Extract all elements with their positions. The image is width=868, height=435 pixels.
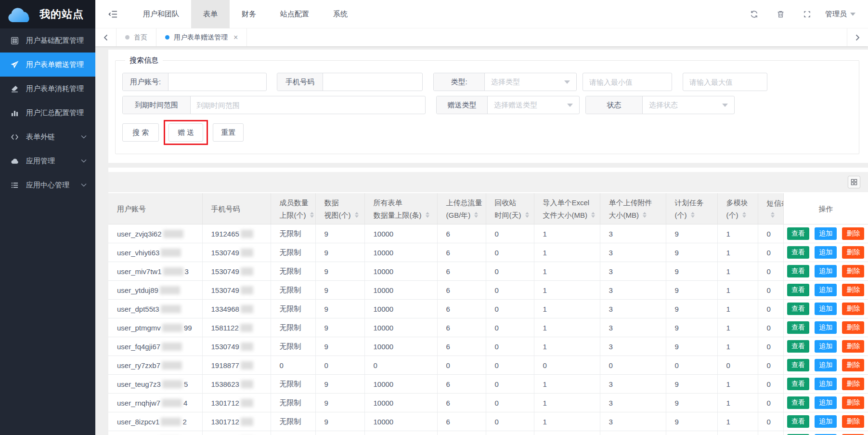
page-tab[interactable]: 首页: [117, 28, 156, 46]
phone-input[interactable]: [323, 73, 422, 91]
sort-icon[interactable]: [474, 212, 478, 218]
column-title: 所有表单: [374, 199, 437, 206]
sidebar-item[interactable]: 用户表单赠送管理: [0, 53, 95, 77]
append-button[interactable]: 追加: [815, 359, 837, 371]
append-button[interactable]: 追加: [815, 303, 837, 315]
gift-button[interactable]: 赠 送: [168, 123, 203, 142]
table-column-header[interactable]: 计划任务 (个): [666, 193, 717, 224]
append-button[interactable]: 追加: [815, 321, 837, 334]
table-column-header[interactable]: 操作: [783, 193, 868, 224]
table-column-header[interactable]: 短信条: [758, 193, 783, 224]
delete-button[interactable]: 删除: [842, 415, 864, 428]
table-column-header[interactable]: 单个上传附件 大小(MB): [600, 193, 666, 224]
gift-type-select[interactable]: 选择赠送类型: [488, 96, 579, 114]
append-button[interactable]: 追加: [815, 396, 837, 409]
view-button[interactable]: 查看: [787, 396, 809, 409]
view-button[interactable]: 查看: [787, 378, 809, 390]
sort-icon[interactable]: [591, 212, 595, 218]
sort-icon[interactable]: [310, 212, 314, 218]
append-button[interactable]: 追加: [815, 415, 837, 428]
table-column-header[interactable]: 所有表单 数据量上限(条): [364, 193, 437, 224]
delete-button[interactable]: 删除: [842, 321, 864, 334]
view-button[interactable]: 查看: [787, 340, 809, 353]
close-icon[interactable]: ×: [233, 34, 238, 41]
view-button[interactable]: 查看: [787, 321, 809, 334]
tabs-scroll-left-icon[interactable]: [95, 28, 117, 46]
table-cell: 9: [315, 412, 364, 431]
sidebar-item[interactable]: 用户基础配置管理: [0, 28, 95, 53]
delete-button[interactable]: 删除: [842, 227, 864, 240]
collapse-sidebar-icon[interactable]: [108, 10, 117, 18]
sort-icon[interactable]: [643, 212, 647, 218]
view-button[interactable]: 查看: [787, 265, 809, 277]
append-button[interactable]: 追加: [815, 378, 837, 390]
delete-button[interactable]: 删除: [842, 359, 864, 371]
search-button[interactable]: 搜 索: [122, 123, 159, 142]
topnav-item[interactable]: 用户和团队: [131, 0, 191, 28]
table-column-header[interactable]: 用户账号: [108, 193, 202, 224]
sort-icon[interactable]: [525, 212, 529, 218]
sort-icon[interactable]: [771, 212, 775, 218]
column-settings-icon[interactable]: [848, 176, 860, 188]
page-tab[interactable]: 用户表单赠送管理 ×: [156, 28, 247, 46]
sort-icon[interactable]: [742, 212, 746, 218]
type-select[interactable]: 选择类型: [485, 73, 576, 91]
append-button[interactable]: 追加: [815, 227, 837, 240]
topnav-item-label: 财务: [242, 10, 256, 19]
admin-label: 管理员: [825, 10, 847, 19]
view-button[interactable]: 查看: [787, 227, 809, 240]
min-value-input[interactable]: [583, 73, 672, 91]
topnav-item[interactable]: 表单: [191, 0, 230, 28]
tabs-scroll-right-icon[interactable]: [847, 28, 868, 46]
sort-icon[interactable]: [691, 212, 695, 218]
delete-button[interactable]: 删除: [842, 246, 864, 259]
max-value-input[interactable]: [683, 73, 767, 91]
delete-button[interactable]: 删除: [842, 284, 864, 296]
status-select[interactable]: 选择状态: [643, 96, 734, 114]
table-cell: 6: [437, 375, 486, 394]
sort-icon[interactable]: [426, 212, 429, 218]
delete-button[interactable]: 删除: [842, 303, 864, 315]
sidebar-item[interactable]: 表单外链: [0, 125, 95, 149]
delete-button[interactable]: 删除: [842, 396, 864, 409]
table-column-header[interactable]: 多模块 (个): [717, 193, 758, 224]
expire-range-input[interactable]: [191, 96, 425, 114]
topnav-item[interactable]: 系统: [321, 0, 360, 28]
sidebar-item[interactable]: 用户表单消耗管理: [0, 77, 95, 101]
account-input[interactable]: [168, 73, 266, 91]
sidebar-item[interactable]: 用户汇总配置管理: [0, 101, 95, 125]
table-cell: 3: [600, 243, 666, 262]
sidebar-item[interactable]: 应用管理: [0, 149, 95, 173]
table-column-header[interactable]: 导入单个Excel 文件大小(MB): [534, 193, 600, 224]
column-subtitle: 大小(MB): [609, 211, 639, 219]
table-column-header[interactable]: 上传总流量 (GB/年): [437, 193, 486, 224]
topnav-item[interactable]: 财务: [230, 0, 268, 28]
view-button[interactable]: 查看: [787, 246, 809, 259]
delete-button[interactable]: 删除: [842, 378, 864, 390]
chevron-down-icon: [722, 104, 728, 107]
append-button[interactable]: 追加: [815, 284, 837, 296]
sidebar-item[interactable]: 应用中心管理: [0, 173, 95, 197]
table-column-header[interactable]: 成员数量 上限(个): [271, 193, 315, 224]
view-button[interactable]: 查看: [787, 284, 809, 296]
fullscreen-icon[interactable]: [794, 10, 820, 18]
topnav-item[interactable]: 站点配置: [268, 0, 321, 28]
view-button[interactable]: 查看: [787, 415, 809, 428]
table-column-header[interactable]: 回收站 时间(天): [486, 193, 534, 224]
table-column-header[interactable]: 数据 视图(个): [315, 193, 364, 224]
delete-button[interactable]: 删除: [842, 265, 864, 277]
view-button[interactable]: 查看: [787, 303, 809, 315]
redacted-text: [163, 230, 183, 238]
trash-icon[interactable]: [767, 10, 794, 18]
append-button[interactable]: 追加: [815, 340, 837, 353]
reset-button[interactable]: 重置: [213, 123, 244, 142]
append-button[interactable]: 追加: [815, 246, 837, 259]
admin-menu[interactable]: 管理员: [825, 10, 855, 19]
logo[interactable]: 我的站点: [0, 0, 95, 28]
refresh-icon[interactable]: [741, 10, 767, 18]
delete-button[interactable]: 删除: [842, 340, 864, 353]
view-button[interactable]: 查看: [787, 359, 809, 371]
table-column-header[interactable]: 手机号码: [202, 193, 271, 224]
sort-icon[interactable]: [355, 212, 359, 218]
append-button[interactable]: 追加: [815, 265, 837, 277]
